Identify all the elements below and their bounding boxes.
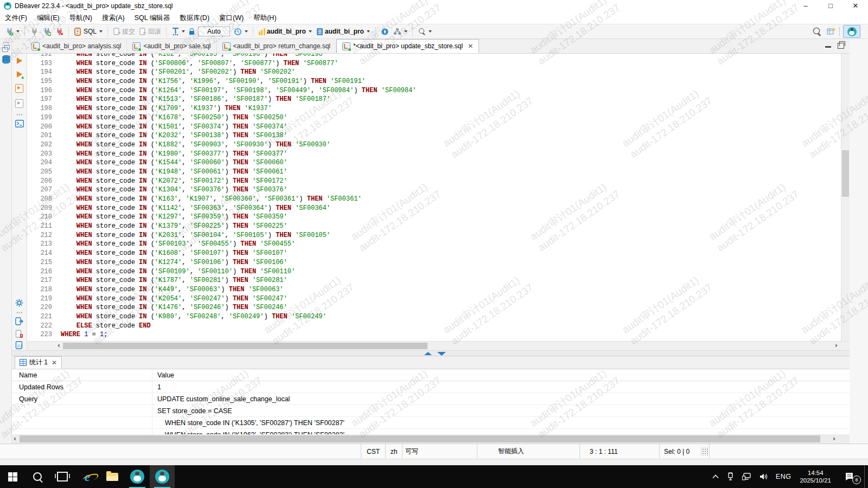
schema-compare-button[interactable] [392,27,409,36]
save-warning-icon[interactable] [15,330,23,338]
close-tab-icon[interactable]: ✕ [52,359,57,367]
menu-item-1[interactable]: 编辑(E) [32,12,65,24]
rollback-button[interactable]: 回滚 [138,26,163,37]
menu-item-2[interactable]: 导航(N) [65,12,97,24]
dbeaver-perspective-button[interactable] [843,25,860,38]
volume-tray-icon[interactable] [756,465,772,488]
code-line[interactable]: 195 WHEN store_code IN ('K1756', 'K1996'… [27,77,841,86]
settings-gear-icon[interactable] [15,299,23,307]
status-insert-mode[interactable]: 智能插入 [477,444,579,459]
chevron-down-icon[interactable] [367,30,370,33]
open-perspective-icon[interactable] [827,27,836,36]
menu-item-0[interactable]: 文件(F) [0,12,32,24]
sql-terminal-button[interactable] [15,120,24,127]
taskbar-clock[interactable]: 14:54 2025/10/21 [795,469,836,484]
vertical-scrollbar[interactable] [841,54,850,341]
editor-tab-3[interactable]: *<audit_bi_pro> update_sbz_store.sql✕ [336,39,479,53]
export-result-icon[interactable] [15,317,23,325]
txn-lock-button[interactable] [188,27,196,36]
sql-search-button[interactable] [417,27,433,36]
editor-results-splitter[interactable] [12,350,868,356]
results-horizontal-scrollbar[interactable]: ‹ › [12,434,850,444]
code-line[interactable]: 211 WHEN store_code IN ('K1379', 'SF0022… [27,222,841,231]
new-connection-button[interactable] [4,27,21,37]
splitter-down-icon[interactable] [437,352,446,356]
database-selector[interactable]: audit_bi_pro [315,27,372,37]
task-view-button[interactable] [50,465,75,488]
explain-plan-button[interactable] [15,99,23,108]
execute-script-button[interactable] [15,84,23,93]
code-line[interactable]: 206 WHEN store_code IN ('K2072', 'SF0017… [27,177,841,186]
code-area[interactable]: 192 WHEN store_code IN ('K162', 'SF00195… [27,54,841,339]
code-line[interactable]: 198 WHEN store_code IN ('K1709', 'K1937'… [27,104,841,113]
action-center-button[interactable]: 8 [836,465,862,488]
results-row[interactable]: QueryUPDATE custom_online_sale_change_lo… [12,393,868,405]
vertical-scroll-thumb[interactable] [842,150,849,197]
start-button[interactable] [0,465,25,488]
connect-button[interactable] [29,27,40,37]
code-line[interactable]: 223WHERE 1 = 1; [27,330,841,339]
code-line[interactable]: 193 WHEN store_code IN ('SF00806', 'SF00… [27,59,841,68]
close-button[interactable]: ✕ [843,0,868,12]
code-line[interactable]: 192 WHEN store_code IN ('K162', 'SF00195… [27,54,841,59]
code-line[interactable]: 202 WHEN store_code IN ('K1882', 'SF0090… [27,140,841,150]
code-line[interactable]: 201 WHEN store_code IN ('K2032', 'SF0013… [27,131,841,140]
menu-item-3[interactable]: 搜索(A) [97,12,130,24]
chevron-down-icon[interactable] [245,30,248,33]
chevron-down-icon[interactable] [309,30,312,33]
dbeaver-taskbar-button[interactable] [125,465,150,488]
results-col-name[interactable]: Name [12,369,152,381]
scroll-right-icon[interactable]: › [833,435,835,443]
usb-tray-icon[interactable] [723,465,738,488]
menu-item-7[interactable]: 帮助(H) [248,12,281,24]
scroll-left-icon[interactable]: ‹ [14,435,16,443]
sql-editor[interactable]: 192 WHEN store_code IN ('K162', 'SF00195… [27,54,850,350]
editor-tab-2[interactable]: <audit_bi_pro> return_change.sql [217,39,336,53]
restore-view-icon[interactable] [2,46,10,52]
statistics-tab[interactable]: 统计 1 ✕ [15,356,62,369]
scroll-right-icon[interactable]: › [835,342,838,350]
code-line[interactable]: 204 WHEN store_code IN ('K1544', 'SF0006… [27,158,841,168]
chevron-down-icon[interactable] [404,30,407,33]
tray-expand-button[interactable] [709,465,723,488]
code-line[interactable]: 221 WHEN store_code IN ('K980', 'SF00248… [27,312,841,322]
network-tray-icon[interactable] [738,465,756,488]
menu-item-4[interactable]: SQL 编辑器 [130,12,175,24]
navigate-object-button[interactable] [379,27,391,37]
code-line[interactable]: 219 WHEN store_code IN ('K2054', 'SF0024… [27,294,841,304]
output-log-icon[interactable]: (i) [15,341,23,349]
commit-button[interactable]: 提交 [112,26,137,37]
code-line[interactable]: 194 WHEN store_code IN ('SF00201', 'SF00… [27,68,841,77]
minimize-editor-icon[interactable] [825,46,831,48]
editor-tab-0[interactable]: <audit_bi_pro> analysis.sql [26,39,127,53]
code-line[interactable]: 218 WHEN store_code IN ('K449', 'SF00063… [27,285,841,294]
code-line[interactable]: 200 WHEN store_code IN ('K1501', 'SF0037… [27,123,841,132]
disconnect-button[interactable] [54,27,65,37]
database-navigator-icon[interactable] [2,55,9,62]
reconnect-button[interactable] [41,27,53,37]
code-line[interactable]: 220 WHEN store_code IN ('K1476', 'SF0024… [27,303,841,312]
code-line[interactable]: 207 WHEN store_code IN ('K1304', 'SF0037… [27,185,841,195]
results-col-value[interactable]: Value [152,371,174,379]
code-line[interactable]: 212 WHEN store_code IN ('K2031', 'SF0010… [27,231,841,240]
status-writable[interactable]: 可写 [402,444,477,459]
chevron-down-icon[interactable] [429,30,432,33]
connection-selector[interactable]: audit_bi_pro [257,27,314,36]
code-line[interactable]: 216 WHEN store_code IN ('SF00109', 'SF00… [27,267,841,277]
code-line[interactable]: 217 WHEN store_code IN ('K1787', 'SF0028… [27,276,841,285]
chevron-down-icon[interactable] [182,30,185,33]
txn-history-button[interactable] [232,27,250,37]
internet-explorer-button[interactable]: e [75,465,100,488]
execute-new-tab-button[interactable] [17,71,22,78]
execute-statement-button[interactable] [17,57,22,64]
code-line[interactable]: 203 WHEN store_code IN ('K1980', 'SF0037… [27,150,841,159]
results-row[interactable]: WHEN store_code IN ('K1305', 'SF00287') … [12,417,868,429]
taskbar-search-button[interactable] [25,465,50,488]
splitter-up-icon[interactable] [424,352,432,355]
code-line[interactable]: 197 WHEN store_code IN ('K1513', 'SF0018… [27,95,841,104]
code-line[interactable]: 222 ELSE store_code END [27,322,841,331]
maximize-editor-icon[interactable] [838,43,844,49]
transaction-log-button[interactable] [170,27,187,37]
code-line[interactable]: 208 WHEN store_code IN ('K163', 'K1907',… [27,195,841,204]
code-line[interactable]: 199 WHEN store_code IN ('K1678', 'SF0025… [27,113,841,123]
